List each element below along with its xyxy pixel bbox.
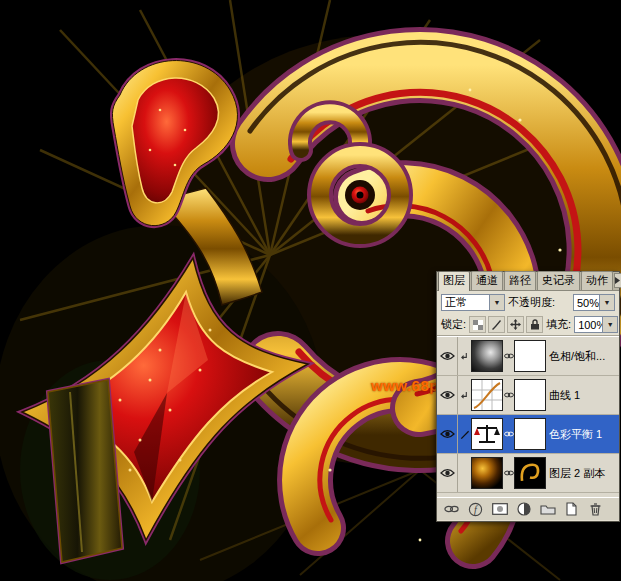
lock-transparent-button[interactable] bbox=[469, 316, 486, 333]
link-layers-icon[interactable] bbox=[443, 502, 460, 517]
clip-arrow-icon bbox=[460, 390, 469, 401]
lock-fill-row: 锁定: bbox=[437, 314, 619, 336]
layer-row-hue-saturation[interactable]: 色相/饱和... bbox=[437, 337, 619, 376]
adjustment-thumbnail[interactable] bbox=[471, 340, 503, 372]
visibility-toggle[interactable] bbox=[437, 376, 458, 414]
move-icon bbox=[510, 319, 521, 330]
add-layer-mask-icon[interactable] bbox=[491, 502, 508, 517]
lock-buttons bbox=[469, 316, 543, 333]
blend-mode-value: 正常 bbox=[442, 295, 489, 310]
visibility-toggle[interactable] bbox=[437, 454, 458, 492]
clip-indicator bbox=[458, 337, 471, 375]
blend-mode-select[interactable]: 正常 ▼ bbox=[441, 294, 505, 311]
eye-icon bbox=[440, 351, 455, 361]
layer-name[interactable]: 色相/饱和... bbox=[549, 349, 619, 364]
visibility-toggle[interactable] bbox=[437, 415, 458, 453]
lock-label: 锁定: bbox=[441, 317, 466, 332]
fill-input[interactable]: 100% ▼ bbox=[574, 316, 618, 333]
mask-thumbnail[interactable] bbox=[514, 379, 546, 411]
clip-arrow-icon bbox=[460, 351, 469, 362]
tab-history[interactable]: 史记录 bbox=[537, 271, 580, 290]
photoshop-canvas: www.68ps.com 图层 通道 路径 史记录 动作 正常 ▼ 不透明度: bbox=[0, 0, 621, 581]
svg-text:f: f bbox=[474, 504, 479, 515]
clip-indicator bbox=[458, 376, 471, 414]
lock-position-button[interactable] bbox=[507, 316, 524, 333]
padlock-icon bbox=[530, 319, 540, 330]
new-layer-icon[interactable] bbox=[563, 502, 580, 517]
bottom-left-stroke bbox=[48, 380, 122, 562]
fill-label: 填充: bbox=[546, 317, 571, 332]
curves-icon bbox=[472, 380, 502, 410]
chevron-down-icon: ▼ bbox=[489, 295, 504, 310]
chevron-down-icon: ▼ bbox=[602, 317, 617, 332]
opacity-input[interactable]: 50% ▼ bbox=[573, 294, 615, 311]
layer-name[interactable]: 色彩平衡 1 bbox=[549, 427, 619, 442]
layers-panel-bottom-bar: f bbox=[437, 497, 619, 520]
lock-pixels-button[interactable] bbox=[488, 316, 505, 333]
mask-link-icon bbox=[503, 391, 514, 399]
eye-icon bbox=[440, 468, 455, 478]
mask-thumbnail[interactable] bbox=[514, 340, 546, 372]
adjustment-thumbnail[interactable] bbox=[471, 418, 503, 450]
brush-icon bbox=[459, 429, 470, 440]
layer-name[interactable]: 图层 2 副本 bbox=[549, 466, 619, 481]
new-adjustment-layer-icon[interactable] bbox=[515, 502, 532, 517]
color-balance-icon bbox=[472, 419, 502, 449]
brush-indicator bbox=[458, 415, 471, 453]
panel-menu-icon bbox=[615, 276, 621, 285]
blend-opacity-row: 正常 ▼ 不透明度: 50% ▼ bbox=[437, 291, 619, 314]
mask-link-icon bbox=[503, 352, 514, 360]
panel-tab-bar: 图层 通道 路径 史记录 动作 bbox=[437, 272, 619, 291]
visibility-toggle[interactable] bbox=[437, 337, 458, 375]
mask-link-icon bbox=[503, 469, 514, 477]
opacity-label: 不透明度: bbox=[508, 295, 555, 310]
panel-menu-button[interactable] bbox=[614, 273, 621, 288]
layer-name[interactable]: 曲线 1 bbox=[549, 388, 619, 403]
opacity-value: 50% bbox=[574, 297, 599, 309]
layer-row-curves[interactable]: 曲线 1 bbox=[437, 376, 619, 415]
brush-icon bbox=[491, 319, 502, 330]
fill-value: 100% bbox=[575, 319, 602, 331]
tab-layers[interactable]: 图层 bbox=[438, 271, 470, 291]
mask-thumbnail[interactable] bbox=[514, 418, 546, 450]
layer-style-icon[interactable]: f bbox=[467, 502, 484, 517]
tab-channels[interactable]: 通道 bbox=[471, 271, 503, 290]
mask-link-icon bbox=[503, 430, 514, 438]
delete-layer-icon[interactable] bbox=[587, 502, 604, 517]
checkerboard-icon bbox=[473, 320, 483, 330]
eye-icon bbox=[440, 390, 455, 400]
eye-icon bbox=[440, 429, 455, 439]
layers-panel: 图层 通道 路径 史记录 动作 正常 ▼ 不透明度: 50% ▼ bbox=[436, 271, 620, 522]
gold-glyph-icon bbox=[515, 458, 545, 488]
layer-list: 色相/饱和... bbox=[437, 336, 619, 497]
layer-row-layer2-copy[interactable]: 图层 2 副本 bbox=[437, 454, 619, 493]
layer-row-color-balance[interactable]: 色彩平衡 1 bbox=[437, 415, 619, 454]
new-group-icon[interactable] bbox=[539, 502, 556, 517]
lock-all-button[interactable] bbox=[526, 316, 543, 333]
adjustment-thumbnail[interactable] bbox=[471, 379, 503, 411]
indicator-spacer bbox=[458, 454, 471, 492]
layer-thumbnail[interactable] bbox=[471, 457, 503, 489]
chevron-down-icon: ▼ bbox=[599, 295, 614, 310]
tab-paths[interactable]: 路径 bbox=[504, 271, 536, 290]
spiral-eye bbox=[320, 155, 400, 235]
tab-actions[interactable]: 动作 bbox=[581, 271, 613, 290]
mask-thumbnail[interactable] bbox=[514, 457, 546, 489]
